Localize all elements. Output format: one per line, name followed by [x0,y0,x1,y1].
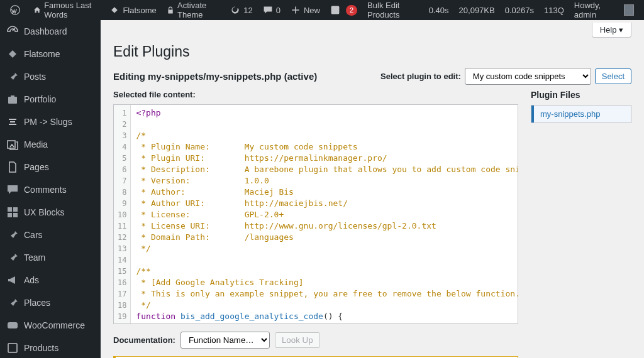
sidebar-item-dashboard[interactable]: Dashboard [0,20,101,43]
sidebar-item-places[interactable]: Places [0,291,101,314]
sidebar-item-label: Team [24,252,45,263]
code-line[interactable]: * Plugin Name: My custom code snippets [136,141,518,153]
dashboard-icon [6,25,19,38]
help-tab[interactable]: Help ▾ [592,23,631,38]
portfolio-icon [6,93,19,106]
code-line[interactable]: * License URI: http://www.gnu.org/licens… [136,220,518,232]
code-line[interactable]: */ [136,243,518,254]
slugs-icon [6,116,19,128]
media-icon [6,138,19,151]
admin-sidebar: DashboardFlatsomePostsPortfolioPM -> Slu… [0,20,101,358]
sidebar-item-label: Posts [24,72,46,82]
howdy-link[interactable]: Howdy, admin [569,0,639,20]
pin-icon [6,229,19,241]
doc-label: Documentation: [113,335,175,345]
plugin-file-item[interactable]: my-snippets.php [531,106,631,122]
code-line[interactable]: */ [136,300,518,311]
main-content: Help ▾ Edit Plugins Editing my-snippets/… [101,20,644,358]
code-line[interactable]: * [Add Google Analytics Tracking] [136,277,518,288]
sidebar-item-ux-blocks[interactable]: UX Blocks [0,201,101,224]
doc-select[interactable]: Function Name… [180,332,270,349]
bulk-edit-link[interactable]: Bulk Edit Products [362,0,424,20]
code-line[interactable] [136,119,518,130]
perf-time[interactable]: 0.40s [424,0,454,20]
new-link[interactable]: New [286,0,325,20]
avatar [624,4,634,16]
svg-rect-7 [8,322,18,328]
code-line[interactable]: * License: GPL-2.0+ [136,209,518,220]
code-line[interactable]: <?php [136,107,518,119]
sidebar-item-flatsome[interactable]: Flatsome [0,43,101,65]
flatsome-icon [6,48,19,60]
perf-db[interactable]: 0.0267s [500,0,539,20]
code-line[interactable]: * Description: A barebone plugin that al… [136,164,518,175]
svg-rect-5 [8,213,12,217]
sidebar-item-label: Flatsome [24,49,60,59]
sidebar-item-pages[interactable]: Pages [0,156,101,178]
yoast-link[interactable]: 2 [325,0,362,20]
code-line[interactable]: * This is only an example snippet, you a… [136,288,518,300]
svg-rect-2 [8,97,17,104]
sidebar-item-comments[interactable]: Comments [0,178,101,201]
sidebar-item-label: PM -> Slugs [24,117,72,127]
plugin-files-title: Plugin Files [531,90,631,100]
code-line[interactable]: /* [136,130,518,141]
code-line[interactable]: * Author URI: http://maciejbis.net/ [136,198,518,209]
comments-link[interactable]: 0 [258,0,286,20]
megaphone-icon [6,274,19,286]
svg-rect-8 [8,344,17,352]
code-editor[interactable]: 1234567891011121314151617181920212223242… [113,104,518,324]
code-line[interactable]: * Domain Path: /languages [136,232,518,243]
sidebar-item-label: Ads [24,275,39,285]
code-line[interactable]: * Plugin URI: https://permalinkmanager.p… [136,153,518,164]
comments-icon [6,183,19,196]
line-gutter: 1234567891011121314151617181920212223242… [114,105,131,323]
sidebar-item-woocommerce[interactable]: WooCommerce [0,314,101,337]
code-line[interactable]: ?> [136,322,518,324]
code-line[interactable]: * Author: Maciej Bis [136,187,518,198]
code-line[interactable]: * Version: 1.0.0 [136,175,518,187]
plugin-select[interactable]: My custom code snippets [465,68,591,85]
sidebar-item-label: Comments [24,185,67,195]
pin-icon [6,251,19,264]
sidebar-item-cars[interactable]: Cars [0,224,101,246]
sidebar-item-ads[interactable]: Ads [0,269,101,291]
theme-link[interactable]: Flatsome [104,0,161,20]
sidebar-item-team[interactable]: Team [0,246,101,269]
perf-mem[interactable]: 20,097KB [454,0,500,20]
svg-rect-6 [13,213,18,217]
sidebar-item-portfolio[interactable]: Portfolio [0,88,101,111]
sidebar-item-label: Cars [24,230,43,240]
sidebar-item-products[interactable]: Products [0,337,101,358]
site-link[interactable]: Famous Last Words [28,0,104,20]
svg-rect-1 [331,6,340,14]
products-icon [6,342,19,354]
perf-q[interactable]: 113Q [539,0,569,20]
pin-icon [6,70,19,83]
sidebar-item-posts[interactable]: Posts [0,65,101,88]
updates-link[interactable]: 12 [225,0,257,20]
admin-bar: Famous Last Words Flatsome Activate Them… [0,0,644,20]
sidebar-item-label: Places [24,298,50,308]
sidebar-item-label: UX Blocks [24,207,65,217]
pin-icon [6,296,19,309]
lookup-button: Look Up [275,332,320,348]
sidebar-item-label: Media [24,139,48,149]
code-line[interactable]: function bis_add_google_analytics_code()… [136,311,518,322]
sidebar-item-label: Pages [24,162,49,172]
sidebar-item-label: Products [24,343,58,353]
sidebar-item-pm-slugs[interactable]: PM -> Slugs [0,111,101,133]
activate-theme-link[interactable]: Activate Theme [162,0,225,20]
select-plugin-label: Select plugin to edit: [380,72,461,81]
pages-icon [6,161,19,173]
sidebar-item-label: Portfolio [24,94,56,104]
select-button[interactable]: Select [595,68,631,84]
svg-rect-4 [13,207,18,212]
code-line[interactable]: /** [136,266,518,277]
woo-icon [6,319,19,332]
page-title: Edit Plugins [113,38,631,63]
code-line[interactable] [136,254,518,266]
code-body[interactable]: <?php/* * Plugin Name: My custom code sn… [131,105,518,323]
sidebar-item-media[interactable]: Media [0,133,101,156]
wp-logo[interactable] [5,0,28,20]
